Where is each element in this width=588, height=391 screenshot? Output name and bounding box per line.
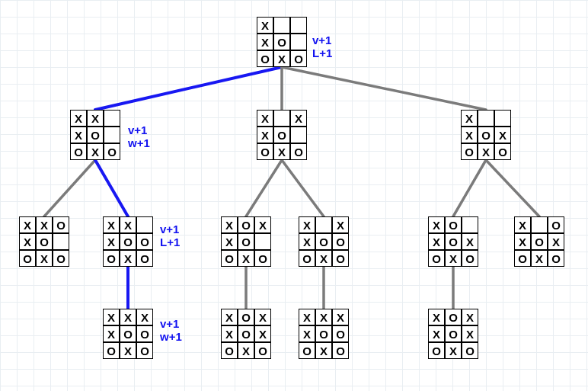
- board-cell: [104, 127, 120, 143]
- board-cell: [104, 110, 120, 127]
- annotation-l3a: v+1 w+1: [160, 317, 182, 344]
- board-cell: X: [428, 216, 445, 233]
- board-cell: X: [257, 127, 273, 143]
- board-cell: X: [120, 342, 136, 359]
- board-cell: X: [257, 110, 273, 127]
- board-cell: X: [257, 17, 273, 34]
- tree-edge: [44, 160, 95, 216]
- board-cell: O: [548, 250, 564, 267]
- board-cell: O: [120, 233, 136, 250]
- tic-tac-toe-board-l1a: XXXOOXO: [70, 110, 120, 160]
- board-cell: X: [299, 325, 315, 342]
- tic-tac-toe-board-l3c: XXXXOOOXO: [299, 309, 349, 359]
- board-cell: O: [290, 143, 307, 160]
- board-cell: O: [136, 233, 153, 250]
- board-cell: X: [254, 216, 271, 233]
- board-cell: O: [332, 233, 349, 250]
- board-cell: [136, 216, 153, 233]
- board-cell: O: [238, 233, 254, 250]
- board-cell: O: [514, 250, 531, 267]
- tree-edge: [246, 160, 282, 216]
- board-cell: O: [254, 250, 271, 267]
- board-cell: O: [315, 325, 332, 342]
- annotation-root: v+1 L+1: [312, 34, 332, 60]
- board-cell: O: [445, 233, 462, 250]
- board-cell: O: [332, 342, 349, 359]
- tree-edge: [282, 160, 324, 216]
- tree-edge: [95, 67, 282, 110]
- tic-tac-toe-board-l2e: XOXOXOXO: [428, 216, 478, 267]
- board-cell: O: [221, 342, 238, 359]
- board-cell: O: [462, 250, 478, 267]
- board-cell: X: [315, 309, 332, 325]
- board-cell: O: [445, 216, 462, 233]
- board-cell: X: [221, 216, 238, 233]
- board-cell: O: [299, 342, 315, 359]
- board-cell: X: [531, 250, 548, 267]
- board-cell: X: [136, 309, 153, 325]
- board-cell: [531, 216, 548, 233]
- tic-tac-toe-board-l2b: XXXOOOXO: [103, 216, 153, 267]
- board-cell: X: [254, 309, 271, 325]
- board-cell: O: [445, 309, 462, 325]
- board-cell: O: [238, 325, 254, 342]
- board-cell: X: [445, 342, 462, 359]
- board-cell: [290, 34, 307, 50]
- tree-edge: [453, 160, 486, 216]
- board-cell: X: [221, 233, 238, 250]
- board-cell: X: [462, 325, 478, 342]
- tic-tac-toe-board-l3a: XXXXOOOXO: [103, 309, 153, 359]
- board-cell: X: [19, 233, 36, 250]
- board-cell: X: [299, 216, 315, 233]
- board-cell: X: [290, 110, 307, 127]
- board-cell: O: [104, 143, 120, 160]
- board-cell: O: [428, 342, 445, 359]
- board-cell: X: [103, 233, 120, 250]
- tic-tac-toe-board-l2c: XOXXOOXO: [221, 216, 271, 267]
- tic-tac-toe-board-root: XXOOXO: [257, 17, 307, 67]
- board-cell: O: [238, 309, 254, 325]
- board-cell: [462, 216, 478, 233]
- board-cell: X: [70, 110, 87, 127]
- board-cell: O: [257, 50, 273, 67]
- board-cell: X: [120, 309, 136, 325]
- board-cell: X: [120, 250, 136, 267]
- board-cell: O: [136, 325, 153, 342]
- board-cell: O: [299, 250, 315, 267]
- board-cell: X: [273, 50, 290, 67]
- board-cell: X: [299, 233, 315, 250]
- board-cell: X: [103, 216, 120, 233]
- board-cell: X: [462, 233, 478, 250]
- tic-tac-toe-board-l1b: XXXOOXO: [257, 110, 307, 160]
- board-cell: O: [428, 250, 445, 267]
- board-cell: X: [70, 127, 87, 143]
- board-cell: O: [254, 342, 271, 359]
- board-cell: X: [257, 34, 273, 50]
- board-cell: O: [87, 127, 104, 143]
- board-cell: X: [87, 143, 104, 160]
- board-cell: O: [103, 342, 120, 359]
- board-cell: O: [462, 342, 478, 359]
- board-cell: X: [221, 325, 238, 342]
- board-cell: X: [514, 216, 531, 233]
- board-cell: X: [428, 325, 445, 342]
- board-cell: X: [462, 309, 478, 325]
- tic-tac-toe-board-l3b: XOXXOXOXO: [221, 309, 271, 359]
- tic-tac-toe-board-l3d: XOXXOXOXO: [428, 309, 478, 359]
- board-cell: O: [36, 233, 53, 250]
- board-cell: O: [332, 325, 349, 342]
- board-cell: X: [332, 309, 349, 325]
- board-cell: O: [315, 233, 332, 250]
- board-cell: X: [315, 342, 332, 359]
- board-cell: X: [36, 216, 53, 233]
- board-cell: X: [478, 143, 494, 160]
- board-cell: O: [136, 342, 153, 359]
- board-cell: O: [273, 34, 290, 50]
- board-cell: X: [445, 250, 462, 267]
- board-cell: O: [494, 143, 511, 160]
- board-cell: [273, 110, 290, 127]
- board-cell: [290, 17, 307, 34]
- tic-tac-toe-board-l2f: XOXOXOXO: [514, 216, 564, 267]
- board-cell: O: [548, 216, 564, 233]
- board-cell: O: [70, 143, 87, 160]
